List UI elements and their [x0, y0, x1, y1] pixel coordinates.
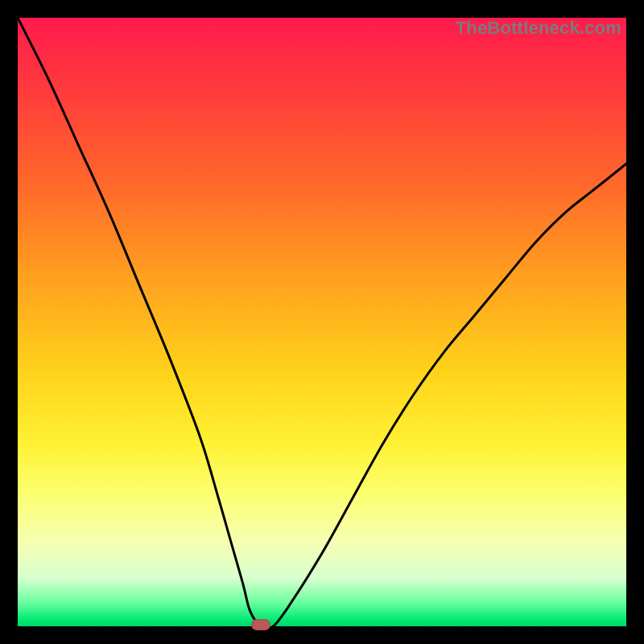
bottleneck-curve	[18, 18, 626, 626]
optimal-marker	[251, 619, 270, 630]
chart-frame: TheBottleneck.com	[0, 0, 644, 644]
plot-area: TheBottleneck.com	[18, 18, 626, 626]
